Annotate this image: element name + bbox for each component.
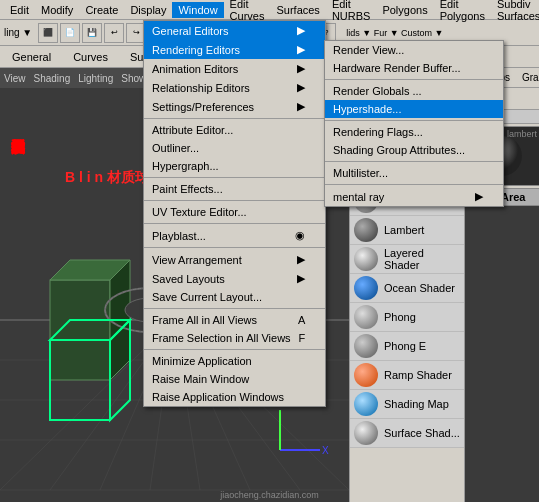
hs-menu-graph[interactable]: Graph bbox=[518, 71, 539, 84]
material-item-shadingmap[interactable]: Shading Map bbox=[350, 390, 464, 419]
material-item-ramp[interactable]: Ramp Shader bbox=[350, 361, 464, 390]
material-item-layered[interactable]: Layered Shader bbox=[350, 245, 464, 274]
general-editors-arrow: ▶ bbox=[297, 24, 305, 37]
material-item-phong[interactable]: Phong bbox=[350, 303, 464, 332]
tab-curves[interactable]: Curves bbox=[65, 49, 116, 65]
win-sep5 bbox=[144, 247, 325, 248]
win-sep1 bbox=[144, 118, 325, 119]
toolbar-btn-4[interactable]: ↩ bbox=[104, 23, 124, 43]
playblast-shortcut: ◉ bbox=[295, 229, 305, 242]
tab-general[interactable]: General bbox=[4, 49, 59, 65]
relationship-arrow: ▶ bbox=[297, 81, 305, 94]
menu-uv-texture[interactable]: UV Texture Editor... bbox=[144, 203, 325, 221]
menu-edit-nurbs[interactable]: Edit NURBS bbox=[326, 0, 377, 24]
sub-render-globals[interactable]: Render Globals ... bbox=[325, 82, 503, 100]
menu-window[interactable]: Window bbox=[172, 2, 223, 18]
frame-sel-shortcut: F bbox=[299, 332, 306, 344]
rendering-editors-arrow: ▶ bbox=[297, 43, 305, 56]
mental-ray-arrow: ▶ bbox=[475, 190, 483, 203]
svg-text:X: X bbox=[322, 445, 329, 456]
sub-sep1 bbox=[325, 79, 503, 80]
material-ball-shadingmap bbox=[354, 392, 378, 416]
annotation-right-text: B l i n 材质球 bbox=[65, 168, 149, 186]
sub-sep3 bbox=[325, 161, 503, 162]
sub-mental-ray[interactable]: mental ray ▶ bbox=[325, 187, 503, 206]
rendering-editors-submenu[interactable]: Render View... Hardware Render Buffer...… bbox=[324, 40, 504, 207]
lambert-label: lambert bbox=[507, 129, 537, 139]
win-sep4 bbox=[144, 223, 325, 224]
material-label-ramp: Ramp Shader bbox=[384, 369, 452, 381]
menu-raise-main[interactable]: Raise Main Window bbox=[144, 370, 325, 388]
menu-save-current-layout[interactable]: Save Current Layout... bbox=[144, 288, 325, 306]
material-ball-ocean bbox=[354, 276, 378, 300]
sub-sep4 bbox=[325, 184, 503, 185]
sub-hardware-render[interactable]: Hardware Render Buffer... bbox=[325, 59, 503, 77]
sub-render-view[interactable]: Render View... bbox=[325, 41, 503, 59]
material-item-lambert[interactable]: Lambert bbox=[350, 216, 464, 245]
material-label-surface: Surface Shad... bbox=[384, 427, 460, 439]
material-ball-phong bbox=[354, 305, 378, 329]
menu-raise-app[interactable]: Raise Application Windows bbox=[144, 388, 325, 406]
watermark: jiaocheng.chazidian.com bbox=[220, 490, 319, 500]
vp-shading[interactable]: Shading bbox=[34, 73, 71, 84]
menu-outliner[interactable]: Outliner... bbox=[144, 139, 325, 157]
menu-bar: Edit Modify Create Display Window Edit C… bbox=[0, 0, 539, 20]
menu-attribute-editor[interactable]: Attribute Editor... bbox=[144, 121, 325, 139]
sub-sep2 bbox=[325, 120, 503, 121]
material-label-phong: Phong bbox=[384, 311, 416, 323]
sub-hypershade[interactable]: Hypershade... bbox=[325, 100, 503, 118]
menu-view-arrangement[interactable]: View Arrangement ▶ bbox=[144, 250, 325, 269]
toolbar-btn-2[interactable]: 📄 bbox=[60, 23, 80, 43]
menu-subdiv[interactable]: Subdiv Surfaces bbox=[491, 0, 539, 24]
menu-create[interactable]: Create bbox=[79, 2, 124, 18]
menu-playblast[interactable]: Playblast... ◉ bbox=[144, 226, 325, 245]
toolbar-extra: lids ▼ Fur ▼ Custom ▼ bbox=[346, 28, 443, 38]
menu-display[interactable]: Display bbox=[124, 2, 172, 18]
menu-frame-all[interactable]: Frame All in All Views A bbox=[144, 311, 325, 329]
material-label-layered: Layered Shader bbox=[384, 247, 460, 271]
menu-hypergraph[interactable]: Hypergraph... bbox=[144, 157, 325, 175]
menu-rendering-editors[interactable]: Rendering Editors ▶ Render View... Hardw… bbox=[144, 40, 325, 59]
menu-minimize[interactable]: Minimize Application bbox=[144, 352, 325, 370]
menu-saved-layouts[interactable]: Saved Layouts ▶ bbox=[144, 269, 325, 288]
menu-settings-prefs[interactable]: Settings/Preferences ▶ bbox=[144, 97, 325, 116]
win-sep3 bbox=[144, 200, 325, 201]
material-ball-phonge bbox=[354, 334, 378, 358]
material-ball-ramp bbox=[354, 363, 378, 387]
menu-paint-effects[interactable]: Paint Effects... bbox=[144, 180, 325, 198]
material-ball-lambert bbox=[354, 218, 378, 242]
saved-layouts-arrow: ▶ bbox=[297, 272, 305, 285]
menu-edit[interactable]: Edit bbox=[4, 2, 35, 18]
material-label-phonge: Phong E bbox=[384, 340, 426, 352]
menu-frame-selection[interactable]: Frame Selection in All Views F bbox=[144, 329, 325, 347]
sub-rendering-flags[interactable]: Rendering Flags... bbox=[325, 123, 503, 141]
sub-shading-group[interactable]: Shading Group Attributes... bbox=[325, 141, 503, 159]
frame-all-shortcut: A bbox=[298, 314, 305, 326]
settings-arrow: ▶ bbox=[297, 100, 305, 113]
menu-modify[interactable]: Modify bbox=[35, 2, 79, 18]
vp-view[interactable]: View bbox=[4, 73, 26, 84]
win-sep6 bbox=[144, 308, 325, 309]
work-area-svg bbox=[465, 206, 538, 286]
work-area[interactable] bbox=[465, 206, 539, 502]
sub-multilister[interactable]: Multilister... bbox=[325, 164, 503, 182]
menu-edit-polygons[interactable]: Edit Polygons bbox=[434, 0, 491, 24]
material-item-phonge[interactable]: Phong E bbox=[350, 332, 464, 361]
win-sep7 bbox=[144, 349, 325, 350]
menu-general-editors[interactable]: General Editors ▶ bbox=[144, 21, 325, 40]
svg-rect-29 bbox=[465, 206, 538, 286]
material-item-ocean[interactable]: Ocean Shader bbox=[350, 274, 464, 303]
vp-lighting[interactable]: Lighting bbox=[78, 73, 113, 84]
menu-surfaces[interactable]: Surfaces bbox=[270, 2, 325, 18]
menu-animation-editors[interactable]: Animation Editors ▶ bbox=[144, 59, 325, 78]
window-dropdown[interactable]: General Editors ▶ Rendering Editors ▶ Re… bbox=[143, 20, 326, 407]
toolbar-label: ling ▼ bbox=[4, 27, 36, 38]
material-label-shadingmap: Shading Map bbox=[384, 398, 449, 410]
material-item-surface[interactable]: Surface Shad... bbox=[350, 419, 464, 448]
toolbar-btn-1[interactable]: ⬛ bbox=[38, 23, 58, 43]
menu-polygons[interactable]: Polygons bbox=[376, 2, 433, 18]
toolbar-btn-3[interactable]: 💾 bbox=[82, 23, 102, 43]
view-arrangement-arrow: ▶ bbox=[297, 253, 305, 266]
material-ball-surface bbox=[354, 421, 378, 445]
menu-relationship-editors[interactable]: Relationship Editors ▶ bbox=[144, 78, 325, 97]
